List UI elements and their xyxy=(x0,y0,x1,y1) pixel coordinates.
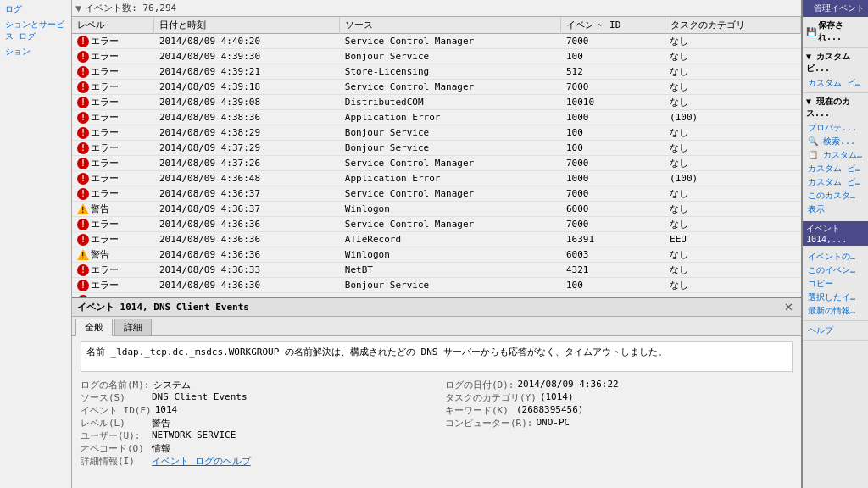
table-row[interactable]: !エラー2014/08/09 4:39:08DistributedCOM1001… xyxy=(72,95,801,110)
table-row[interactable]: !エラー2014/08/09 4:39:21Store-Licensing512… xyxy=(72,64,801,80)
cell-datetime: 2014/08/09 4:36:48 xyxy=(154,171,340,186)
cell-category: なし xyxy=(665,49,800,64)
cell-event-id: 1000 xyxy=(561,110,665,125)
right-section-events: イベントのプロ... このイベント に... コピー 選択したイベン... 最新… xyxy=(803,247,868,321)
right-item-custom-view2[interactable]: 📋 カスタム ビ... xyxy=(806,148,865,162)
right-item-save-selected[interactable]: 選択したイベン... xyxy=(806,291,865,304)
right-event-header: イベント 1014,... xyxy=(803,221,868,246)
cell-source: DistributedCOM xyxy=(340,95,561,110)
right-item-view[interactable]: 表示 xyxy=(806,202,865,216)
cell-category: なし xyxy=(665,64,800,80)
right-item-event-prop[interactable]: イベントのプロ... xyxy=(806,250,865,263)
source-value: DNS Client Events xyxy=(152,391,248,404)
table-row[interactable]: !エラー2014/08/09 4:37:29Bonjour Service100… xyxy=(72,141,801,156)
level-label: レベル(L) xyxy=(81,417,148,430)
cell-level: !エラー xyxy=(72,49,154,64)
cell-event-id: 4321 xyxy=(561,263,665,278)
right-item-copy[interactable]: コピー xyxy=(806,277,865,291)
tab-general[interactable]: 全般 xyxy=(75,319,113,336)
source-label: ソース(S) xyxy=(81,391,148,404)
detail-close-button[interactable]: ✕ xyxy=(782,301,796,313)
cell-datetime: 2014/08/09 4:36:33 xyxy=(154,263,340,278)
cell-category: なし xyxy=(665,125,800,141)
cell-category: (100) xyxy=(665,110,800,125)
table-row[interactable]: 警告2014/08/09 4:36:36Winlogon6003なし xyxy=(72,247,801,263)
right-item-custom-view3[interactable]: カスタム ビ... xyxy=(806,162,865,175)
field-computer: コンピューター(R): ONO-PC xyxy=(445,417,793,430)
sidebar-item-log[interactable]: ログ xyxy=(2,2,70,17)
table-row[interactable]: !エラー2014/08/09 4:36:30Bonjour Service100… xyxy=(72,278,801,293)
right-item-property[interactable]: プロパテ... xyxy=(806,121,865,135)
cell-level: !エラー xyxy=(72,125,154,141)
cell-datetime: 2014/08/09 4:38:36 xyxy=(154,110,340,125)
level-value: 警告 xyxy=(152,417,170,430)
sidebar-item-service-log[interactable]: ションとサービス ログ xyxy=(2,17,70,44)
right-item-custom-view[interactable]: カスタム ビ... xyxy=(806,76,865,90)
cell-level: !エラー xyxy=(72,80,154,95)
table-row[interactable]: 警告2014/08/09 4:36:37Winlogon6000なし xyxy=(72,202,801,217)
field-level: レベル(L) 警告 xyxy=(81,417,428,430)
table-row[interactable]: !エラー2014/08/09 4:38:29Bonjour Service100… xyxy=(72,125,801,141)
cell-datetime: 2014/08/09 4:36:30 xyxy=(154,278,340,293)
field-user: ユーザー(U): NETWORK SERVICE xyxy=(81,430,428,442)
cell-datetime: 2014/08/09 4:36:36 xyxy=(154,232,340,247)
col-eventid[interactable]: イベント ID xyxy=(561,17,665,34)
tab-detail[interactable]: 詳細 xyxy=(114,319,152,336)
detail-panel: イベント 1014, DNS Client Events ✕ 全般 詳細 名前 … xyxy=(72,297,801,483)
right-panel: 管理イベント 💾 保存され... ▼ カスタム ビ... カスタム ビ... ▼… xyxy=(802,0,868,488)
cell-level: !エラー xyxy=(72,34,154,49)
cell-event-id: 7000 xyxy=(561,186,665,202)
cell-source: Service Control Manager xyxy=(340,186,561,202)
right-section-help: ヘルプ xyxy=(803,321,868,341)
cell-event-id: 7000 xyxy=(561,34,665,49)
col-level[interactable]: レベル xyxy=(72,17,154,34)
field-log-name: ログの名前(M): システム xyxy=(81,379,428,391)
table-row[interactable]: !エラー2014/08/09 4:36:36ATIeRecord16391EEU xyxy=(72,232,801,247)
right-item-help[interactable]: ヘルプ xyxy=(806,324,865,337)
right-item-custom-view4[interactable]: カスタム ビ... xyxy=(806,175,865,189)
col-datetime[interactable]: 日付と時刻 xyxy=(154,17,340,34)
detail-info-link[interactable]: イベント ログのヘルプ xyxy=(152,455,251,468)
table-row[interactable]: !エラー2014/08/09 4:36:36Service Control Ma… xyxy=(72,217,801,232)
table-row[interactable]: !エラー2014/08/09 4:38:36Application Error1… xyxy=(72,110,801,125)
cell-source: Service Control Manager xyxy=(340,217,561,232)
right-item-search[interactable]: 🔍 検索... xyxy=(806,135,865,148)
cell-category: なし xyxy=(665,186,800,202)
event-table-wrapper[interactable]: レベル 日付と時刻 ソース イベント ID タスクのカテゴリ !エラー2014/… xyxy=(72,17,801,297)
field-keyword: キーワード(K) (2688395456) xyxy=(445,404,793,417)
table-row[interactable]: !エラー2014/08/09 4:37:26Service Control Ma… xyxy=(72,156,801,171)
table-row[interactable]: !エラー2014/08/09 4:39:30Bonjour Service100… xyxy=(72,49,801,64)
cell-category: なし xyxy=(665,247,800,263)
task-label: タスクのカテゴリ(Y) xyxy=(445,391,537,404)
right-section-current: ▼ 現在のカス... プロパテ... 🔍 検索... 📋 カスタム ビ... カ… xyxy=(803,93,868,219)
event-id-value: 1014 xyxy=(155,404,178,417)
cell-category: EEU xyxy=(665,232,800,247)
table-row[interactable]: !エラー2014/08/09 4:40:20Service Control Ma… xyxy=(72,34,801,49)
cell-source: Service Control Manager xyxy=(340,80,561,95)
col-category[interactable]: タスクのカテゴリ xyxy=(665,17,800,34)
log-date-value: 2014/08/09 4:36:22 xyxy=(518,379,619,391)
cell-datetime: 2014/08/09 4:36:36 xyxy=(154,247,340,263)
right-item-refresh[interactable]: 最新の情報に... xyxy=(806,304,865,318)
right-item-this-custom[interactable]: このカスタム... xyxy=(806,189,865,202)
cell-category: なし xyxy=(665,80,800,95)
right-item-this-event[interactable]: このイベント に... xyxy=(806,263,865,277)
table-row[interactable]: !エラー2014/08/09 4:36:33NetBT4321なし xyxy=(72,263,801,278)
cell-source: Application Error xyxy=(340,171,561,186)
detail-tabs: 全般 詳細 xyxy=(72,317,801,336)
table-row[interactable]: !エラー2014/08/09 4:36:48Application Error1… xyxy=(72,171,801,186)
cell-source: Winlogon xyxy=(340,202,561,217)
cell-event-id: 7000 xyxy=(561,156,665,171)
computer-value: ONO-PC xyxy=(537,417,570,430)
cell-category: なし xyxy=(665,156,800,171)
sidebar-item-app[interactable]: ション xyxy=(2,44,70,59)
table-row[interactable]: !エラー2014/08/09 4:39:18Service Control Ma… xyxy=(72,80,801,95)
cell-datetime: 2014/08/09 4:39:08 xyxy=(154,95,340,110)
task-value: (1014) xyxy=(540,391,574,404)
col-source[interactable]: ソース xyxy=(340,17,561,34)
event-log-panel: ▼ イベント数: 76,294 レベル 日付と時刻 ソース イベント ID タス… xyxy=(72,0,802,488)
cell-category: なし xyxy=(665,95,800,110)
table-row[interactable]: !エラー2014/08/09 4:36:37Service Control Ma… xyxy=(72,186,801,202)
log-date-label: ログの日付(D): xyxy=(445,379,515,391)
cell-level: 警告 xyxy=(72,202,154,217)
